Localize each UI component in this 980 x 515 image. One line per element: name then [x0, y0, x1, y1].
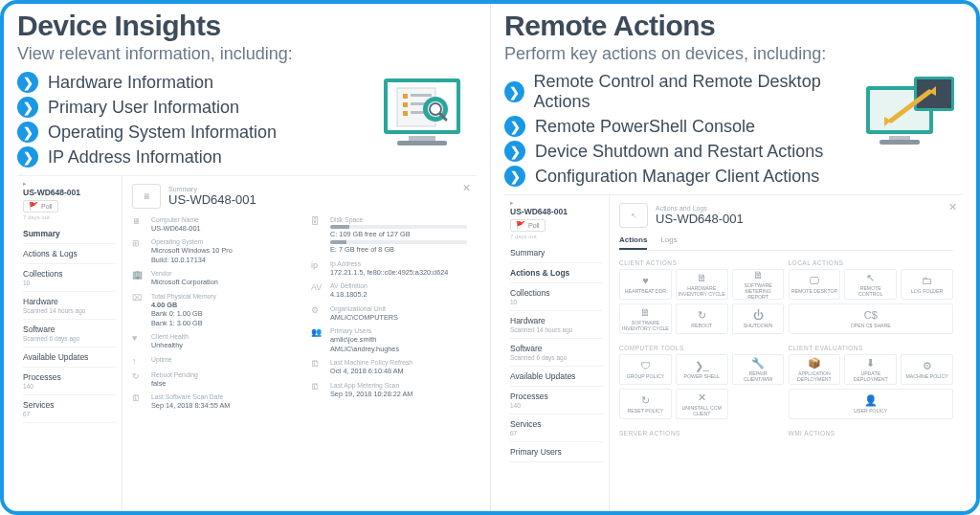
package-icon: 📦 — [808, 358, 821, 369]
sidebar-item-collections[interactable]: Collections10 — [510, 283, 603, 311]
computer-icon: 🖥 — [132, 184, 161, 209]
tile-user-policy[interactable]: 👤USER POLICY — [789, 389, 954, 419]
section-subtitle: View relevant information, including: — [17, 44, 477, 64]
bullet-item: ❯Configuration Manager Client Actions — [504, 164, 858, 189]
insights-illustration — [371, 70, 477, 158]
tile-app-deploy[interactable]: 📦APPLICATION DEPLOYMENT — [789, 354, 841, 385]
memory-icon: ⌧ — [132, 293, 145, 327]
windows-icon: ⊞ — [132, 238, 145, 264]
insights-bullet-list: ❯Hardware Information ❯Primary User Info… — [17, 70, 371, 169]
sidebar-item-summary[interactable]: Summary — [510, 243, 603, 263]
sidebar-item-services[interactable]: Services67 — [510, 414, 603, 442]
heartbeat-icon: ♥ — [642, 276, 649, 286]
tile-hw-inventory[interactable]: 🗎HARDWARE INVENTORY CYCLE — [676, 269, 728, 300]
actions-card-mock: ▸ US-WD648-001 Poll 7 days out Summary A… — [504, 194, 963, 511]
shield-icon: AV — [311, 282, 324, 299]
tile-reset-policy[interactable]: ↻RESET POLICY — [619, 389, 672, 419]
summary-panel: ✕ 🖥 Summary US-WD648-001 🖥Computer NameU… — [122, 176, 477, 511]
folder-icon: 🗀 — [922, 276, 932, 286]
network-icon: ip — [311, 260, 324, 277]
summary-card-mock: ▸ US-WD648-001 Poll 7 days out Summary A… — [17, 175, 477, 511]
building-icon: 🏢 — [132, 270, 145, 286]
bullet-item: ❯Primary User Information — [17, 95, 371, 120]
refresh-icon: ↻ — [698, 310, 706, 321]
sidebar-item-software[interactable]: SoftwareScanned 6 days ago — [510, 339, 603, 367]
tile-log-folder[interactable]: 🗀LOG FOLDER — [901, 269, 953, 300]
svg-rect-17 — [889, 136, 910, 140]
tab-actions[interactable]: Actions — [619, 235, 647, 250]
tile-powershell[interactable]: ❯_POWER SHELL — [676, 354, 728, 385]
sidebar-item-updates[interactable]: Available Updates — [510, 367, 603, 387]
tile-sw-metering[interactable]: 🗎SOFTWARE METERING REPORT — [732, 269, 785, 300]
document-icon: 🗎 — [640, 307, 651, 318]
tile-sw-inventory[interactable]: 🗎SOFTWARE INVENTORY CYCLE — [619, 303, 672, 334]
device-sidebar: ▸ US-WD648-001 Poll 7 days out Summary A… — [17, 176, 122, 511]
tile-group-policy[interactable]: 🛡GROUP POLICY — [619, 354, 672, 385]
tile-reboot[interactable]: ↻REBOOT — [676, 303, 728, 334]
tile-uninstall[interactable]: ✕UNINSTALL CCM CLIENT — [676, 389, 728, 419]
user-icon: 👤 — [864, 395, 878, 406]
device-sidebar: ▸ US-WD648-001 Poll 7 days out Summary A… — [504, 195, 610, 511]
sidebar-item-primary-users[interactable]: Primary Users — [510, 442, 603, 462]
sidebar-item-summary[interactable]: Summary — [23, 224, 116, 244]
document-icon: 🗎 — [697, 273, 707, 283]
calendar-icon: 🗓 — [311, 382, 324, 398]
sidebar-item-collections[interactable]: Collections10 — [23, 264, 116, 292]
sidebar-item-processes[interactable]: Processes140 — [510, 387, 603, 414]
poll-badge[interactable]: Poll — [23, 200, 58, 213]
actions-panel: ✕ ↖ Actions and Logs US-WD648-001 Action… — [610, 195, 963, 511]
cursor-icon: ↖ — [866, 273, 875, 283]
calendar-icon: 🗓 — [311, 359, 324, 375]
users-icon: 👥 — [311, 327, 324, 353]
heartbeat-icon: ♥ — [132, 333, 145, 349]
tile-update-deploy[interactable]: ⬇UPDATE DEPLOYMENT — [844, 354, 897, 385]
device-name: US-WD648-001 — [510, 207, 603, 216]
bullet-item: ❯Operating System Information — [17, 120, 371, 145]
calendar-icon: 🗓 — [132, 393, 145, 410]
sidebar-item-actions[interactable]: Actions & Logs — [510, 263, 603, 283]
disk-c-bar — [330, 225, 467, 229]
close-icon[interactable]: ✕ — [462, 182, 471, 194]
svg-rect-2 — [409, 136, 435, 141]
chevron-right-icon: ❯ — [17, 122, 38, 143]
tile-machine-policy[interactable]: ⚙MACHINE POLICY — [901, 354, 953, 385]
svg-rect-9 — [403, 111, 408, 116]
tile-c-share[interactable]: C$OPEN C$ SHARE — [789, 303, 954, 334]
download-icon: ⬇ — [866, 358, 875, 369]
arrow-up-icon: ↑ — [132, 356, 145, 366]
bullet-item: ❯Device Shutdown and Restart Actions — [504, 139, 858, 164]
monitor-icon: 🖵 — [809, 276, 819, 286]
sidebar-item-actions[interactable]: Actions & Logs — [23, 244, 116, 264]
tile-shutdown[interactable]: ⏻SHUTDOWN — [732, 303, 785, 334]
sidebar-item-software[interactable]: SoftwareScanned 6 days ago — [23, 320, 116, 347]
refresh-icon: ↻ — [132, 371, 145, 388]
actions-tabs: Actions Logs — [619, 235, 953, 251]
terminal-icon: ❯_ — [695, 361, 709, 371]
disk-e-bar — [330, 240, 467, 244]
document-icon: 🗎 — [753, 270, 764, 280]
chevron-right-icon: ❯ — [17, 97, 38, 118]
sidebar-item-updates[interactable]: Available Updates — [23, 347, 116, 368]
sidebar-item-processes[interactable]: Processes140 — [23, 368, 116, 395]
section-title: Remote Actions — [504, 10, 963, 42]
svg-rect-18 — [880, 140, 920, 145]
tile-repair[interactable]: 🔧REPAIR CLIENT/WMI — [732, 354, 785, 385]
bullet-item: ❯Remote PowerShell Console — [504, 114, 858, 139]
gear-icon: ⚙ — [923, 361, 932, 371]
close-icon[interactable]: ✕ — [948, 201, 957, 213]
panel-title: US-WD648-001 — [656, 212, 744, 226]
tile-remote-control[interactable]: ↖REMOTE CONTROL — [844, 269, 897, 300]
tile-remote-desktop[interactable]: 🖵REMOTE DESKTOP — [789, 269, 841, 300]
svg-rect-5 — [403, 94, 408, 99]
sidebar-item-hardware[interactable]: HardwareScanned 14 hours ago — [510, 311, 603, 339]
tile-heartbeat[interactable]: ♥HEARTBEAT DDR — [619, 269, 672, 300]
poll-badge[interactable]: Poll — [510, 219, 546, 232]
power-icon: ⏻ — [753, 310, 764, 321]
computer-icon: 🖥 — [132, 216, 145, 233]
sidebar-item-services[interactable]: Services67 — [23, 395, 116, 423]
tab-logs[interactable]: Logs — [660, 235, 677, 250]
svg-rect-6 — [411, 94, 432, 97]
sidebar-item-hardware[interactable]: HardwareScanned 14 hours ago — [23, 292, 116, 320]
svg-rect-3 — [397, 141, 447, 146]
chevron-right-icon: ❯ — [504, 166, 525, 187]
